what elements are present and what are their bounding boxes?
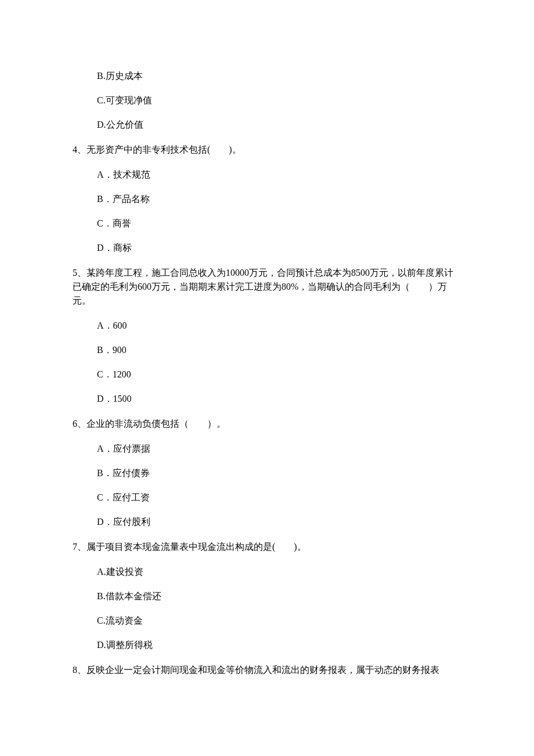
q3-option-c: C.可变现净值: [97, 88, 461, 113]
q5-option-c: C．1200: [97, 362, 461, 387]
q6-option-a: A．应付票据: [97, 437, 461, 461]
q6-option-b: B．应付债券: [97, 461, 461, 485]
q5-option-a: A．600: [97, 314, 461, 338]
q5-stem: 5、某跨年度工程，施工合同总收入为10000万元，合同预计总成本为8500万元，…: [73, 260, 461, 314]
q5-option-d: D．1500: [97, 387, 461, 411]
q6-stem: 6、企业的非流动负债包括（ ）。: [73, 411, 461, 437]
q3-option-b: B.历史成本: [97, 64, 461, 88]
q7-option-d: D.调整所得税: [97, 633, 461, 657]
q4-stem: 4、无形资产中的非专利技术包括( )。: [73, 137, 461, 163]
q4-option-a: A．技术规范: [97, 163, 461, 187]
q7-stem: 7、属于项目资本现金流量表中现金流出构成的是( )。: [73, 534, 461, 560]
q8-stem: 8、反映企业一定会计期间现金和现金等价物流入和流出的财务报表，属于动态的财务报表: [73, 657, 461, 683]
q5-option-b: B．900: [97, 338, 461, 362]
q7-option-a: A.建设投资: [97, 560, 461, 584]
q7-option-c: C.流动资金: [97, 609, 461, 633]
q3-option-d: D.公允价值: [97, 113, 461, 137]
q6-option-d: D．应付股利: [97, 510, 461, 534]
q4-option-b: B．产品名称: [97, 187, 461, 211]
q4-option-d: D．商标: [97, 236, 461, 260]
q4-option-c: C．商誉: [97, 211, 461, 236]
q7-option-b: B.借款本金偿还: [97, 584, 461, 609]
q6-option-c: C．应付工资: [97, 485, 461, 510]
